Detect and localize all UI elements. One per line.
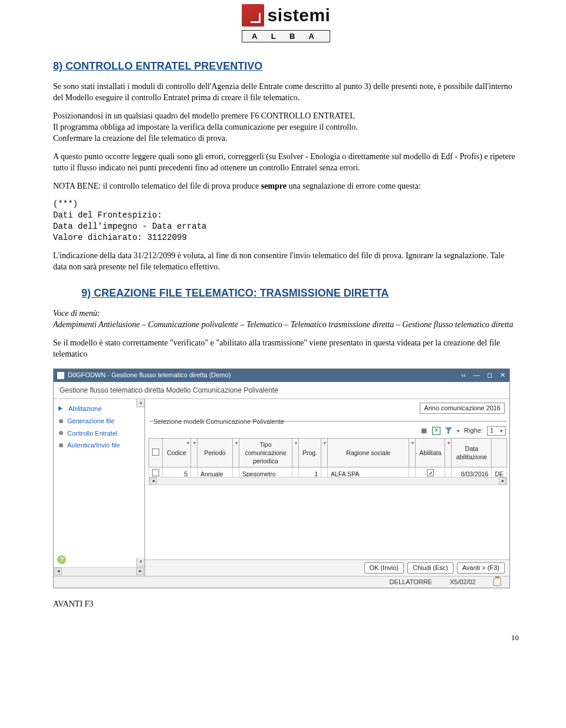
status-date: X5/02/02 [450, 578, 476, 587]
righe-input[interactable]: 1 [487, 426, 506, 436]
paragraph: A questo punto occorre leggere quali son… [53, 151, 519, 174]
grid-hscroll[interactable]: ◂ ▸ [149, 477, 507, 485]
text: Il programma obbliga ad impostare la ver… [53, 123, 358, 131]
col-label: Codice [167, 449, 186, 456]
trash-icon[interactable] [493, 578, 501, 586]
col-prog[interactable]: Prog. [299, 438, 321, 467]
sidebar-item-label: Controllo Entratel [67, 429, 117, 438]
code-line: Valore dichiarato: 31122099 [53, 232, 519, 243]
col-sep[interactable]: ▾ [191, 438, 198, 467]
titlebar: D0GFODWN - Gestione flusso telematico di… [54, 369, 509, 382]
app-window: D0GFODWN - Gestione flusso telematico di… [53, 368, 510, 588]
checkbox-icon[interactable] [152, 449, 159, 456]
sidebar: ▴ Abilitazione Generazione file Controll… [54, 399, 145, 576]
text: Confermare la creazione del file telemat… [53, 134, 227, 143]
avanti-button[interactable]: Avanti > (F3) [457, 562, 505, 574]
anno-field[interactable]: Anno comunicazione 2016 [420, 403, 505, 414]
col-codice[interactable]: Codice▾ [163, 438, 191, 467]
grid-header-row: Codice▾ ▾ Periodo ▾ Tipo comunicazione p… [149, 438, 507, 467]
paragraph: Se il modello è stato correttamente "ver… [53, 338, 519, 360]
window-title: D0GFODWN - Gestione flusso telematico di… [68, 371, 231, 380]
menu-label: Voce di menù: [53, 309, 100, 318]
logo: sistemi A L B A [53, 0, 519, 51]
text: una segnalazione di errore come questa: [287, 182, 421, 190]
col-label: Data abilitazione [456, 445, 488, 460]
col-abilitata[interactable]: Abilitata [416, 438, 445, 467]
scroll-up-icon[interactable]: ▴ [136, 399, 144, 407]
sidebar-item-label: Autentica/Invio file [67, 441, 120, 450]
filter-icon[interactable] [445, 427, 453, 435]
col-sep[interactable]: ▾ [321, 438, 328, 467]
col-label: Prog. [302, 449, 317, 456]
page-number: 10 [53, 633, 519, 643]
btn-prev-icon[interactable]: ‹‹ [460, 372, 467, 379]
close-icon[interactable]: ✕ [499, 372, 506, 379]
sidebar-item-abilitazione[interactable]: Abilitazione [56, 403, 142, 415]
sidebar-hscroll[interactable]: ◂ ▸ [54, 567, 144, 576]
text-bold: sempre [261, 182, 287, 190]
minimize-icon[interactable]: — [473, 372, 480, 379]
col-extra[interactable] [492, 438, 507, 467]
grid-tools: ▦ X ▾ Righe: 1 [420, 426, 506, 436]
col-data-abil[interactable]: Data abilitazione [452, 438, 492, 467]
dot-icon [59, 419, 63, 423]
sidebar-item-generazione[interactable]: Generazione file [56, 415, 142, 427]
maximize-icon[interactable]: ◻ [486, 372, 493, 379]
paragraph: Se sono stati installati i moduli di con… [53, 81, 519, 104]
text: NOTA BENE: il controllo telematico del f… [53, 182, 261, 190]
menu-path: Adempimenti Antielusione – Comunicazione… [53, 320, 513, 329]
col-sep[interactable]: ▾ [409, 438, 416, 467]
cell-abilitata-checkbox[interactable] [427, 469, 434, 476]
code-line: Data dell'impegno - Data errata [53, 221, 519, 232]
col-label: Periodo [204, 449, 225, 456]
chevron-down-icon[interactable]: ▾ [457, 427, 460, 434]
col-sep[interactable]: ▾ [292, 438, 299, 467]
status-user: DELLATORRE [390, 578, 432, 587]
col-tipo[interactable]: Tipo comunicazione periodica [239, 438, 292, 467]
text: Posizionandosi in un qualsiasi quadro de… [53, 111, 355, 120]
ok-button[interactable]: OK (Invio) [364, 562, 404, 574]
heading-9: 9) CREAZIONE FILE TELEMATICO: TRASMISSIO… [53, 286, 519, 300]
bottom-bar: OK (Invio) Chiudi (Esc) Avanti > (F3) [145, 559, 509, 576]
logo-icon [242, 4, 264, 27]
scroll-left-icon[interactable]: ◂ [54, 568, 62, 575]
scroll-right-icon[interactable]: ▸ [136, 568, 144, 575]
col-label: Tipo comunicazione periodica [245, 441, 286, 465]
divider [149, 421, 507, 421]
avanti-note: AVANTI F3 [53, 599, 519, 610]
scroll-left-icon[interactable]: ◂ [149, 477, 157, 485]
code-line: Dati del Frontespizio: [53, 210, 519, 221]
export-excel-icon[interactable]: X [432, 427, 440, 435]
heading-8: 8) CONTROLLO ENTRATEL PREVENTIVO [53, 59, 519, 73]
btn-label: Avanti > (F3) [462, 564, 499, 572]
sidebar-item-autentica[interactable]: Autentica/Invio file [56, 439, 142, 452]
righe-label: Righe: [464, 426, 483, 435]
logo-text: sistemi [268, 4, 331, 28]
grid-settings-icon[interactable]: ▦ [420, 427, 428, 435]
row-checkbox[interactable] [152, 469, 159, 476]
col-sep[interactable]: ▾ [445, 438, 452, 467]
paragraph: Posizionandosi in un qualsiasi quadro de… [53, 111, 519, 144]
dot-icon [59, 431, 63, 435]
arrow-icon [58, 406, 64, 411]
code-block: (***) Dati del Frontespizio: Data dell'i… [53, 199, 519, 243]
righe-value: 1 [490, 426, 493, 435]
scroll-right-icon[interactable]: ▸ [499, 477, 506, 485]
col-sep[interactable]: ▾ [233, 438, 239, 467]
paragraph: Voce di menù: Adempimenti Antielusione –… [53, 308, 519, 331]
scroll-down-icon[interactable]: ▾ [136, 558, 144, 566]
code-line: (***) [53, 199, 519, 210]
col-ragione[interactable]: Ragione sociale [328, 438, 409, 467]
col-periodo[interactable]: Periodo [198, 438, 233, 467]
btn-label: OK (Invio) [370, 564, 399, 572]
paragraph: L'indicazione della data 31/212/2099 è v… [53, 251, 519, 273]
help-icon[interactable]: ? [57, 555, 66, 564]
subtitle-bar: Gestione flusso telematico diretta Model… [54, 382, 509, 399]
sidebar-item-controllo[interactable]: Controllo Entratel [56, 427, 142, 440]
chiudi-button[interactable]: Chiudi (Esc) [407, 562, 453, 574]
col-checkbox[interactable] [149, 438, 163, 467]
sidebar-item-label: Abilitazione [68, 404, 101, 413]
main-panel: Anno comunicazione 2016 Selezione modell… [145, 399, 509, 576]
btn-label: Chiudi (Esc) [413, 564, 448, 572]
sidebar-item-label: Generazione file [67, 417, 114, 426]
